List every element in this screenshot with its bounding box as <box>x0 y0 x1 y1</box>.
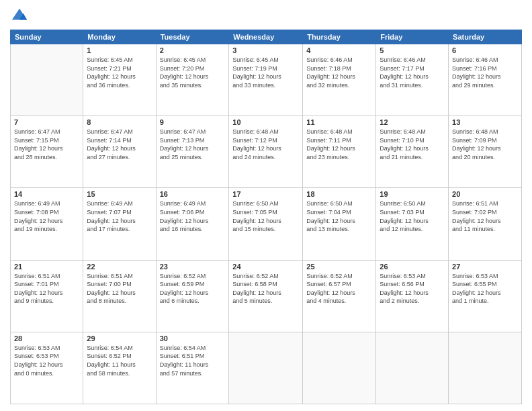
day-number: 25 <box>306 263 372 271</box>
day-info: Sunrise: 6:54 AM Sunset: 6:52 PM Dayligh… <box>87 344 152 377</box>
day-info: Sunrise: 6:50 AM Sunset: 7:05 PM Dayligh… <box>232 199 299 233</box>
logo <box>10 7 32 26</box>
week-row: 21Sunrise: 6:51 AM Sunset: 7:01 PM Dayli… <box>11 260 522 332</box>
day-number: 26 <box>380 263 445 271</box>
page: SundayMondayTuesdayWednesdayThursdayFrid… <box>0 0 532 411</box>
weekday-header: Monday <box>83 30 156 44</box>
header <box>10 7 522 26</box>
day-number: 24 <box>232 263 299 271</box>
calendar-cell: 15Sunrise: 6:49 AM Sunset: 7:07 PM Dayli… <box>83 188 156 260</box>
calendar-cell: 27Sunrise: 6:53 AM Sunset: 6:55 PM Dayli… <box>449 260 522 332</box>
day-info: Sunrise: 6:54 AM Sunset: 6:51 PM Dayligh… <box>160 344 226 377</box>
day-info: Sunrise: 6:52 AM Sunset: 6:59 PM Dayligh… <box>160 272 226 306</box>
calendar-cell: 9Sunrise: 6:47 AM Sunset: 7:13 PM Daylig… <box>156 116 229 188</box>
day-info: Sunrise: 6:51 AM Sunset: 7:00 PM Dayligh… <box>87 272 152 306</box>
day-number: 30 <box>160 334 226 342</box>
day-number: 12 <box>380 118 445 126</box>
day-info: Sunrise: 6:49 AM Sunset: 7:06 PM Dayligh… <box>160 199 226 233</box>
day-number: 28 <box>14 334 79 342</box>
week-row: 7Sunrise: 6:47 AM Sunset: 7:15 PM Daylig… <box>11 116 522 188</box>
day-number: 4 <box>306 46 372 54</box>
day-info: Sunrise: 6:52 AM Sunset: 6:58 PM Dayligh… <box>232 272 299 306</box>
day-info: Sunrise: 6:45 AM Sunset: 7:20 PM Dayligh… <box>160 56 226 89</box>
calendar-cell <box>229 332 303 404</box>
calendar-cell <box>303 332 376 404</box>
calendar-cell: 26Sunrise: 6:53 AM Sunset: 6:56 PM Dayli… <box>376 260 449 332</box>
day-number: 29 <box>87 334 152 342</box>
calendar: SundayMondayTuesdayWednesdayThursdayFrid… <box>10 30 522 404</box>
day-info: Sunrise: 6:49 AM Sunset: 7:07 PM Dayligh… <box>87 199 152 233</box>
day-info: Sunrise: 6:51 AM Sunset: 7:01 PM Dayligh… <box>14 272 79 306</box>
calendar-cell: 30Sunrise: 6:54 AM Sunset: 6:51 PM Dayli… <box>156 332 229 404</box>
day-info: Sunrise: 6:46 AM Sunset: 7:17 PM Dayligh… <box>380 56 445 89</box>
calendar-cell <box>11 44 83 116</box>
day-info: Sunrise: 6:45 AM Sunset: 7:21 PM Dayligh… <box>87 56 152 89</box>
day-info: Sunrise: 6:53 AM Sunset: 6:56 PM Dayligh… <box>380 272 445 306</box>
weekday-header: Thursday <box>303 30 376 44</box>
day-number: 19 <box>380 190 445 198</box>
weekday-header: Sunday <box>11 30 83 44</box>
day-number: 16 <box>160 190 226 198</box>
calendar-cell: 25Sunrise: 6:52 AM Sunset: 6:57 PM Dayli… <box>303 260 376 332</box>
day-info: Sunrise: 6:53 AM Sunset: 6:55 PM Dayligh… <box>452 272 518 306</box>
calendar-cell: 13Sunrise: 6:48 AM Sunset: 7:09 PM Dayli… <box>449 116 522 188</box>
day-number: 1 <box>87 46 152 54</box>
calendar-cell: 18Sunrise: 6:50 AM Sunset: 7:04 PM Dayli… <box>303 188 376 260</box>
day-number: 3 <box>232 46 299 54</box>
calendar-cell: 3Sunrise: 6:45 AM Sunset: 7:19 PM Daylig… <box>229 44 303 116</box>
week-row: 14Sunrise: 6:49 AM Sunset: 7:08 PM Dayli… <box>11 188 522 260</box>
calendar-cell: 24Sunrise: 6:52 AM Sunset: 6:58 PM Dayli… <box>229 260 303 332</box>
calendar-cell: 21Sunrise: 6:51 AM Sunset: 7:01 PM Dayli… <box>11 260 83 332</box>
weekday-header: Saturday <box>449 30 522 44</box>
calendar-cell: 5Sunrise: 6:46 AM Sunset: 7:17 PM Daylig… <box>376 44 449 116</box>
day-number: 21 <box>14 263 79 271</box>
day-info: Sunrise: 6:46 AM Sunset: 7:16 PM Dayligh… <box>452 56 518 89</box>
calendar-cell: 10Sunrise: 6:48 AM Sunset: 7:12 PM Dayli… <box>229 116 303 188</box>
calendar-cell: 11Sunrise: 6:48 AM Sunset: 7:11 PM Dayli… <box>303 116 376 188</box>
day-info: Sunrise: 6:48 AM Sunset: 7:11 PM Dayligh… <box>306 128 372 161</box>
day-number: 20 <box>452 190 518 198</box>
calendar-cell <box>449 332 522 404</box>
calendar-cell: 23Sunrise: 6:52 AM Sunset: 6:59 PM Dayli… <box>156 260 229 332</box>
week-row: 1Sunrise: 6:45 AM Sunset: 7:21 PM Daylig… <box>11 44 522 116</box>
weekday-header: Wednesday <box>229 30 303 44</box>
day-number: 17 <box>232 190 299 198</box>
calendar-cell: 12Sunrise: 6:48 AM Sunset: 7:10 PM Dayli… <box>376 116 449 188</box>
weekday-header: Friday <box>376 30 449 44</box>
day-number: 11 <box>306 118 372 126</box>
day-number: 10 <box>232 118 299 126</box>
calendar-cell: 8Sunrise: 6:47 AM Sunset: 7:14 PM Daylig… <box>83 116 156 188</box>
day-info: Sunrise: 6:48 AM Sunset: 7:10 PM Dayligh… <box>380 128 445 161</box>
day-info: Sunrise: 6:49 AM Sunset: 7:08 PM Dayligh… <box>14 199 79 233</box>
day-number: 7 <box>14 118 79 126</box>
day-info: Sunrise: 6:47 AM Sunset: 7:13 PM Dayligh… <box>160 128 226 161</box>
calendar-cell: 2Sunrise: 6:45 AM Sunset: 7:20 PM Daylig… <box>156 44 229 116</box>
calendar-cell: 7Sunrise: 6:47 AM Sunset: 7:15 PM Daylig… <box>11 116 83 188</box>
day-info: Sunrise: 6:47 AM Sunset: 7:15 PM Dayligh… <box>14 128 79 161</box>
day-info: Sunrise: 6:52 AM Sunset: 6:57 PM Dayligh… <box>306 272 372 306</box>
calendar-header-row: SundayMondayTuesdayWednesdayThursdayFrid… <box>11 30 522 44</box>
day-info: Sunrise: 6:50 AM Sunset: 7:04 PM Dayligh… <box>306 199 372 233</box>
calendar-cell: 22Sunrise: 6:51 AM Sunset: 7:00 PM Dayli… <box>83 260 156 332</box>
calendar-cell: 29Sunrise: 6:54 AM Sunset: 6:52 PM Dayli… <box>83 332 156 404</box>
calendar-cell: 28Sunrise: 6:53 AM Sunset: 6:53 PM Dayli… <box>11 332 83 404</box>
day-info: Sunrise: 6:50 AM Sunset: 7:03 PM Dayligh… <box>380 199 445 233</box>
calendar-cell: 16Sunrise: 6:49 AM Sunset: 7:06 PM Dayli… <box>156 188 229 260</box>
calendar-cell: 17Sunrise: 6:50 AM Sunset: 7:05 PM Dayli… <box>229 188 303 260</box>
day-number: 6 <box>452 46 518 54</box>
weekday-header: Tuesday <box>156 30 229 44</box>
day-number: 2 <box>160 46 226 54</box>
day-number: 15 <box>87 190 152 198</box>
calendar-cell: 19Sunrise: 6:50 AM Sunset: 7:03 PM Dayli… <box>376 188 449 260</box>
logo-icon <box>10 7 29 26</box>
day-number: 14 <box>14 190 79 198</box>
day-number: 18 <box>306 190 372 198</box>
day-info: Sunrise: 6:53 AM Sunset: 6:53 PM Dayligh… <box>14 344 79 377</box>
week-row: 28Sunrise: 6:53 AM Sunset: 6:53 PM Dayli… <box>11 332 522 404</box>
calendar-cell: 14Sunrise: 6:49 AM Sunset: 7:08 PM Dayli… <box>11 188 83 260</box>
day-number: 27 <box>452 263 518 271</box>
calendar-cell: 4Sunrise: 6:46 AM Sunset: 7:18 PM Daylig… <box>303 44 376 116</box>
day-number: 9 <box>160 118 226 126</box>
day-info: Sunrise: 6:51 AM Sunset: 7:02 PM Dayligh… <box>452 199 518 233</box>
day-info: Sunrise: 6:46 AM Sunset: 7:18 PM Dayligh… <box>306 56 372 89</box>
